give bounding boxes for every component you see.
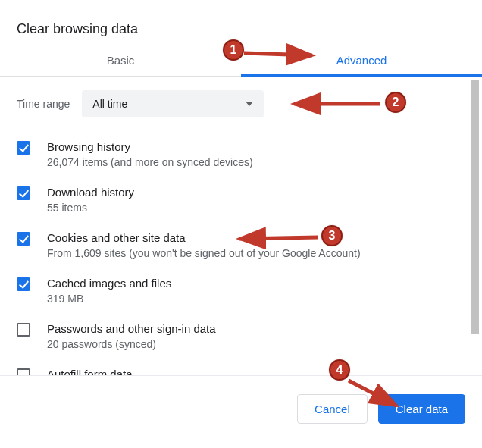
- svg-line-2: [239, 237, 318, 239]
- annotation-arrows: [0, 0, 482, 448]
- svg-line-3: [349, 381, 396, 406]
- svg-line-0: [244, 53, 312, 55]
